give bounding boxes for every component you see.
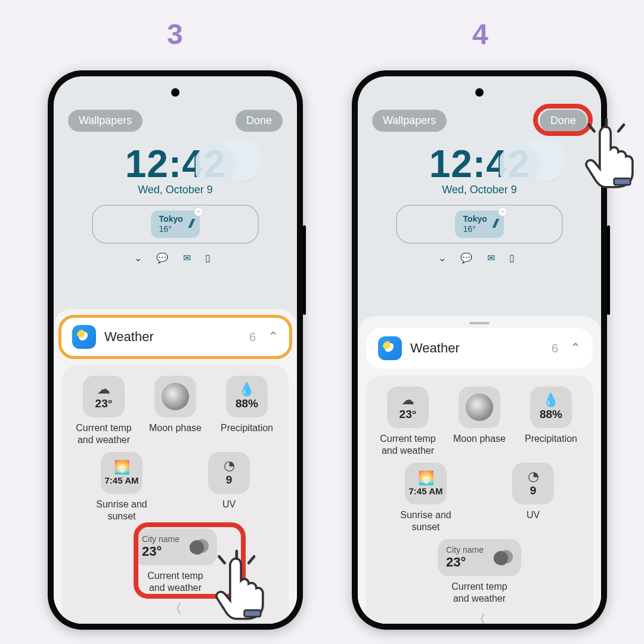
widget-picker-sheet[interactable]: Weather 6 ⌃ ☁23° Current temp and weathe… [358,316,601,624]
widget-uv[interactable]: ◔9 UV [181,452,277,522]
widget-uv[interactable]: ◔9 UV [485,463,581,533]
remove-widget-icon[interactable]: − [194,207,203,216]
weather-widget-panel: ☁23° Current temp and weather Moon phase… [366,376,593,624]
widget-sunrise-sunset[interactable]: 🌅7:45 AM Sunrise and sunset [73,452,170,522]
status-icon-row: ⌄ 💬 ✉ ▯ [358,252,601,264]
widget-moon-phase[interactable]: Moon phase [444,386,515,457]
widget-current-temp[interactable]: ☁23° Current temp and weather [69,376,140,446]
sunrise-icon: 🌅 [114,461,130,474]
phone-screen: Wallpapers Done 12:42 Wed, October 9 Tok… [54,76,297,624]
wallpapers-button[interactable]: Wallpapers [68,110,143,132]
back-chevron-icon[interactable]: 〈 [68,600,283,618]
back-chevron-icon[interactable]: 〈 [372,611,587,624]
uv-label: UV [485,509,581,521]
precip-value: 88% [540,408,562,421]
droplet-icon: 💧 [543,394,559,407]
lockscreen-widget-slot[interactable]: Tokyo 16° /// − [396,205,563,244]
mini-weather-widget[interactable]: Tokyo 16° /// − [455,210,504,238]
svg-line-6 [618,125,624,131]
sunrise-icon: 🌅 [418,472,434,485]
widget-sunrise-sunset[interactable]: 🌅7:45 AM Sunrise and sunset [377,463,474,533]
chevron-up-icon: ⌃ [268,329,278,345]
svg-rect-7 [614,178,631,185]
uv-value: 9 [226,473,233,487]
sheet-drag-handle[interactable] [469,322,490,324]
lockscreen-widget-slot[interactable]: Tokyo 16° /// − [92,205,259,244]
precip-value: 88% [236,397,258,410]
weather-category-header[interactable]: Weather 6 ⌃ [366,328,593,369]
done-button[interactable]: Done [236,110,283,132]
lockscreen-area: Wallpapers Done 12:42 Wed, October 9 Tok… [54,76,297,303]
uv-label: UV [181,499,277,510]
phone-frame-right: Wallpapers Done 12:42 Wed, October 9 Tok… [352,70,607,630]
step-number-4: 4 [472,18,488,51]
cloud-graphic [500,141,565,182]
uv-gauge-icon: ◔ [528,470,539,483]
precipitation-label: Precipitation [212,422,283,434]
city-widget-label: Current temp and weather [111,570,240,594]
weather-category-title: Weather [410,340,543,356]
mini-weather-city: Tokyo [159,214,183,224]
widget-current-temp[interactable]: ☁23° Current temp and weather [373,386,444,457]
step-number-3: 3 [167,18,183,51]
widget-city-weather[interactable]: City name 23° Current temp and weather [415,539,544,605]
weather-app-icon [72,325,96,349]
precipitation-label: Precipitation [516,433,587,445]
done-button[interactable]: Done [540,110,587,132]
cloud-graphic [196,141,261,182]
moon-phase-label: Moon phase [140,422,211,434]
widget-city-weather[interactable]: City name 23° Current temp and weather [111,528,240,594]
lockscreen-area: Wallpapers Done 12:42 Wed, October 9 Tok… [358,76,601,303]
cloud-icon: ☁ [97,383,110,396]
mini-weather-temp: 16° [159,224,183,234]
lockscreen-date: Wed, October 9 [358,184,601,196]
cloud-icon [494,550,514,565]
sunrise-label: Sunrise and sunset [73,499,170,522]
weather-widget-count: 6 [552,342,558,355]
sunrise-label: Sunrise and sunset [377,509,474,533]
cloud-icon: ☁ [401,394,414,407]
widget-moon-phase[interactable]: Moon phase [140,376,211,446]
current-temp-label: Current temp and weather [373,433,444,457]
weather-category-header[interactable]: Weather 6 ⌃ [58,315,292,359]
city-widget-label: Current temp and weather [415,581,544,605]
status-icon-row: ⌄ 💬 ✉ ▯ [54,252,297,264]
camera-notch [171,88,179,97]
weather-widget-panel: ☁23° Current temp and weather Moon phase… [62,365,289,624]
moon-icon [466,394,493,421]
rain-icon: /// [189,217,192,231]
lockscreen-date: Wed, October 9 [54,184,297,196]
uv-gauge-icon: ◔ [224,459,235,472]
widget-precipitation[interactable]: 💧88% Precipitation [212,376,283,446]
uv-value: 9 [530,484,537,497]
current-temp-value: 23° [400,408,417,421]
mini-weather-widget[interactable]: Tokyo 16° /// − [151,210,200,238]
current-temp-value: 23° [95,397,113,410]
mini-weather-temp: 16° [463,224,487,234]
mini-weather-city: Tokyo [463,214,487,224]
wallpapers-button[interactable]: Wallpapers [372,110,447,132]
chevron-up-icon: ⌃ [570,340,581,356]
sunrise-time: 7:45 AM [105,475,139,485]
rain-icon: /// [493,217,496,231]
cloud-icon [190,539,210,555]
droplet-icon: 💧 [239,383,255,396]
moon-phase-label: Moon phase [444,433,515,445]
moon-icon [162,383,189,410]
sunrise-time: 7:45 AM [409,486,443,496]
weather-category-title: Weather [104,329,241,345]
remove-widget-icon[interactable]: − [498,207,507,216]
phone-screen: Wallpapers Done 12:42 Wed, October 9 Tok… [358,76,601,624]
phone-frame-left: Wallpapers Done 12:42 Wed, October 9 Tok… [48,70,303,630]
weather-app-icon [378,336,402,360]
widget-precipitation[interactable]: 💧88% Precipitation [516,386,587,457]
camera-notch [475,88,484,97]
weather-widget-count: 6 [249,330,256,344]
widget-picker-sheet[interactable]: Weather 6 ⌃ ☁23° Current temp and weathe… [54,309,297,624]
current-temp-label: Current temp and weather [69,422,140,446]
